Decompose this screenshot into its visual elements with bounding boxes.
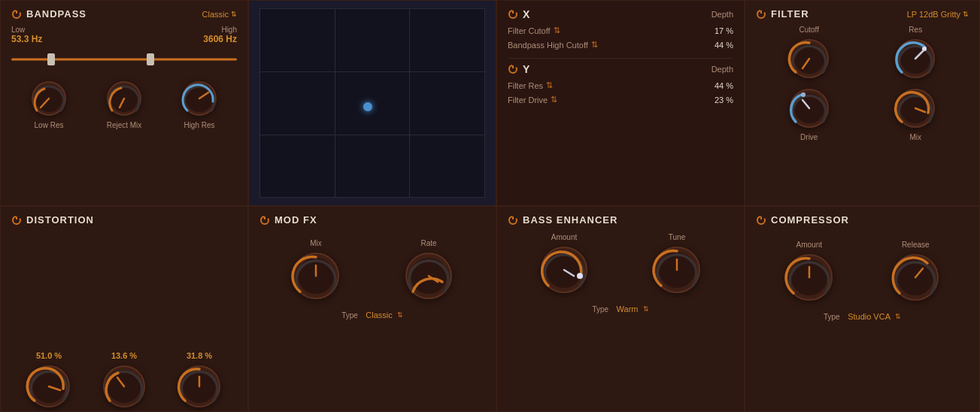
xy-filter-cutoff-row: Filter Cutoff ⇅ 17 % xyxy=(508,23,733,38)
high-res-knob-container: High Res xyxy=(180,79,219,129)
comp-type-value[interactable]: Studio VCA ⇅ xyxy=(848,312,901,321)
filter-knobs-bottom: Drive Mix xyxy=(756,86,969,141)
reject-mix-knob-container: Reject Mix xyxy=(105,79,144,129)
filter-mix-container: Mix xyxy=(894,86,937,141)
filter-type[interactable]: LP 12dB Gritty ⇅ xyxy=(907,10,969,19)
bass-enhancer-header: BASS ENHANCER xyxy=(508,214,733,226)
bandpass-type[interactable]: Classic ⇅ xyxy=(202,10,237,19)
reject-mix-knob[interactable] xyxy=(105,79,144,118)
bandpass-type-chevron: ⇅ xyxy=(231,11,237,18)
filter-power-icon[interactable] xyxy=(756,9,766,20)
xy-divider xyxy=(508,58,733,59)
filter-panel: FILTER LP 12dB Gritty ⇅ Cutoff Res xyxy=(745,0,980,206)
compressor-header: COMPRESSOR xyxy=(756,214,969,226)
slider-handle-low[interactable] xyxy=(47,53,55,65)
bass-amount-knob[interactable] xyxy=(539,244,590,295)
low-freq: Low 53.3 Hz xyxy=(11,26,42,44)
slider-handle-high[interactable] xyxy=(147,53,154,65)
bass-type-row: Type Warm ⇅ xyxy=(508,301,733,315)
bass-tune-knob[interactable] xyxy=(651,244,702,295)
slider-track xyxy=(11,59,237,61)
compressor-title: COMPRESSOR xyxy=(756,214,849,226)
xy-pad-panel xyxy=(248,0,496,206)
bass-type-value[interactable]: Warm ⇅ xyxy=(617,304,649,314)
dirt-container: 31.8 % Dirt ⇅ xyxy=(176,351,223,412)
freq-row: Low 53.3 Hz High 3606 Hz xyxy=(11,26,237,44)
modfx-type-value[interactable]: Classic ⇅ xyxy=(366,311,402,320)
filter-cutoff-container: Cutoff xyxy=(787,26,831,80)
high-freq: High 3606 Hz xyxy=(203,26,237,44)
xy-y-header: Y Depth xyxy=(508,63,733,75)
comp-type-row: Type Studio VCA ⇅ xyxy=(756,309,969,323)
modfx-panel: MOD FX Mix Rate xyxy=(248,206,496,412)
modfx-mix-knob[interactable] xyxy=(290,250,341,301)
bit-crush-container: 51.0 % Bit Crush ⇅ xyxy=(26,351,72,412)
modfx-rate-container: Rate xyxy=(403,239,454,301)
bass-knobs: Amount Tune xyxy=(508,233,733,295)
modfx-title: MOD FX xyxy=(259,214,317,226)
grid-v2 xyxy=(409,9,410,197)
modfx-knobs: Mix Rate xyxy=(259,232,485,301)
distortion-panel: DISTORTION 51.0 % Bit Crush ⇅ 13.6 xyxy=(0,206,248,412)
bandpass-slider[interactable] xyxy=(11,52,237,67)
bit-crush-knob[interactable] xyxy=(26,363,72,410)
filter-type-chevron: ⇅ xyxy=(963,11,969,18)
dirt-knob[interactable] xyxy=(176,363,223,410)
main-grid: BANDPASS Classic ⇅ Low 53.3 Hz High 3606… xyxy=(0,0,980,412)
bandpass-power-icon[interactable] xyxy=(11,9,22,20)
low-res-knob-container: Low Res xyxy=(29,79,68,129)
xy-y-power-icon[interactable] xyxy=(508,64,518,74)
filter-res-knob[interactable] xyxy=(894,37,937,80)
bandpass-panel: BANDPASS Classic ⇅ Low 53.3 Hz High 3606… xyxy=(0,0,248,206)
high-res-knob[interactable] xyxy=(180,79,219,118)
modfx-rate-knob[interactable] xyxy=(403,250,454,301)
grid-h1 xyxy=(260,71,484,72)
filter-drive-container: Drive xyxy=(787,86,831,141)
modfx-header: MOD FX xyxy=(259,214,485,226)
bandpass-title: BANDPASS xyxy=(11,8,86,20)
compressor-knobs: Amount Release xyxy=(756,233,969,303)
modfx-mix-container: Mix xyxy=(290,239,341,301)
comp-amount-knob[interactable] xyxy=(784,252,835,303)
bass-amount-container: Amount xyxy=(539,233,590,295)
distortion-title: DISTORTION xyxy=(11,214,94,226)
bandpass-header: BANDPASS Classic ⇅ xyxy=(11,8,237,20)
bass-enhancer-power-icon[interactable] xyxy=(508,215,518,226)
filter-cutoff-knob[interactable] xyxy=(787,37,831,80)
xy-controller-panel: X Depth Filter Cutoff ⇅ 17 % Bandpass Hi… xyxy=(496,0,745,206)
grid-h2 xyxy=(260,135,484,135)
filter-res-container: Res xyxy=(894,26,937,80)
grid-v1 xyxy=(335,9,335,197)
comp-amount-container: Amount xyxy=(784,241,835,303)
grit-knob[interactable] xyxy=(101,363,147,410)
xy-x-power-icon[interactable] xyxy=(508,9,518,20)
bass-enhancer-title: BASS ENHANCER xyxy=(508,214,617,226)
distortion-knobs: 51.0 % Bit Crush ⇅ 13.6 % xyxy=(11,232,237,412)
svg-point-21 xyxy=(801,92,806,97)
modfx-power-icon[interactable] xyxy=(259,215,270,226)
xy-dot[interactable] xyxy=(363,102,372,111)
bandpass-controls: Low 53.3 Hz High 3606 Hz xyxy=(11,26,237,129)
filter-header: FILTER LP 12dB Gritty ⇅ xyxy=(756,8,969,20)
filter-knobs-top: Cutoff Res xyxy=(756,26,969,80)
compressor-power-icon[interactable] xyxy=(756,215,766,226)
grit-container: 13.6 % Grit ⇅ xyxy=(101,351,147,412)
xy-filter-res-row: Filter Res ⇅ 44 % xyxy=(508,78,733,92)
filter-mix-knob[interactable] xyxy=(894,86,937,130)
distortion-header: DISTORTION xyxy=(11,214,237,226)
low-res-knob[interactable] xyxy=(29,79,68,118)
comp-release-container: Release xyxy=(890,241,941,303)
compressor-panel: COMPRESSOR Amount Release xyxy=(745,206,980,412)
bandpass-knobs-row: Low Res Reject Mix xyxy=(11,79,237,129)
modfx-type-row: Type Classic ⇅ xyxy=(259,307,485,321)
bass-enhancer-panel: BASS ENHANCER Amount Tune xyxy=(496,206,745,412)
xy-bandpass-cutoff-row: Bandpass High Cutoff ⇅ 44 % xyxy=(508,38,733,52)
distortion-power-icon[interactable] xyxy=(11,215,22,226)
bandpass-label: BANDPASS xyxy=(26,8,86,20)
xy-x-header: X Depth xyxy=(508,8,733,20)
filter-title: FILTER xyxy=(756,8,809,20)
xy-pad[interactable] xyxy=(259,8,485,198)
xy-y-section: Y Depth Filter Res ⇅ 44 % Filter Drive ⇅… xyxy=(508,63,733,107)
comp-release-knob[interactable] xyxy=(890,252,941,303)
filter-drive-knob[interactable] xyxy=(787,86,831,130)
